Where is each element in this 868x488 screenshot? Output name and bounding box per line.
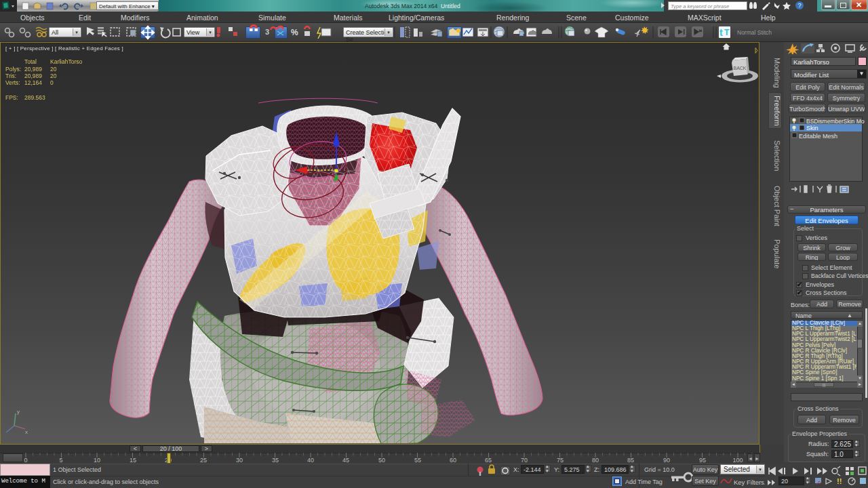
svg-text:95: 95 — [699, 457, 706, 464]
svg-text:25: 25 — [200, 457, 207, 464]
svg-text:40: 40 — [307, 457, 314, 464]
svg-text:5: 5 — [59, 457, 62, 464]
svg-text:85: 85 — [627, 457, 634, 464]
svg-text:100: 100 — [732, 457, 743, 464]
svg-text:Normal Stitch: Normal Stitch — [737, 29, 772, 36]
svg-text:10: 10 — [94, 457, 100, 464]
svg-text:%: % — [291, 28, 298, 37]
svg-text:55: 55 — [414, 457, 421, 464]
svg-text:T: T — [724, 28, 730, 37]
svg-text:70: 70 — [521, 457, 528, 464]
svg-text:BACK: BACK — [733, 66, 746, 70]
svg-text:75: 75 — [557, 457, 564, 464]
svg-text:65: 65 — [485, 457, 492, 464]
svg-text:x: x — [25, 429, 28, 435]
svg-text:90: 90 — [663, 457, 670, 464]
svg-text:45: 45 — [342, 457, 349, 464]
svg-text:80: 80 — [592, 457, 599, 464]
svg-text:15: 15 — [130, 457, 136, 464]
svg-text:60: 60 — [450, 457, 456, 464]
svg-text:50: 50 — [378, 457, 385, 464]
svg-text:0: 0 — [24, 457, 27, 464]
svg-text:30: 30 — [236, 457, 243, 464]
svg-text:y: y — [17, 409, 20, 415]
svg-text:3: 3 — [265, 28, 269, 36]
svg-text:t: t — [719, 27, 723, 38]
svg-text:!!: !! — [837, 477, 842, 485]
svg-text:35: 35 — [272, 457, 279, 464]
